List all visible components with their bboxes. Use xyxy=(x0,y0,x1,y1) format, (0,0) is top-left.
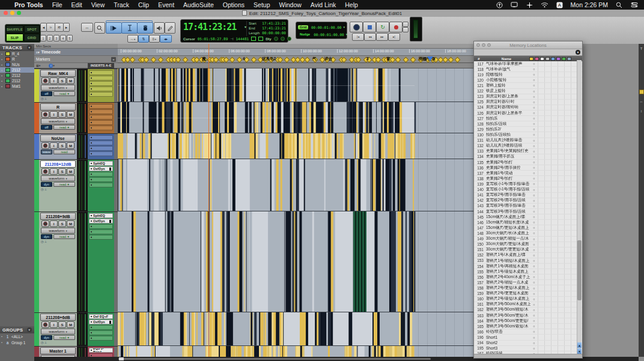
timecode-ruler[interactable]: 00:00:00:0002:00:00:0004:00:00:0006:00:0… xyxy=(118,49,473,56)
insert-bypass-icon[interactable] xyxy=(91,321,92,323)
marker-diamond-icon[interactable] xyxy=(304,57,310,63)
track-view-selector[interactable]: waveform▾ xyxy=(41,118,75,124)
groups-menu-icon[interactable]: ▾ xyxy=(27,327,32,332)
mute-button[interactable]: M xyxy=(67,321,74,328)
zoom-preset-2-button[interactable]: 2 xyxy=(47,35,53,41)
marker-indicator-icon[interactable]: ○ xyxy=(530,95,538,99)
zoom-preset-3-button[interactable]: 3 xyxy=(53,35,59,41)
play-button[interactable]: ↻ xyxy=(376,22,389,32)
marker-indicator-icon[interactable]: ○ xyxy=(530,287,538,290)
marker-indicator-icon[interactable]: ○ xyxy=(530,111,538,115)
insert-slot-empty[interactable] xyxy=(89,81,113,86)
ruler-label-timecode[interactable]: ≡▾Timecode xyxy=(34,49,118,56)
menu-view[interactable]: View xyxy=(91,1,105,8)
marker-indicator-icon[interactable]: ○ xyxy=(530,139,538,142)
track-input-button[interactable]: off xyxy=(41,125,52,130)
delay-compensation-label[interactable]: Dly xyxy=(266,37,271,41)
marker-icon[interactable] xyxy=(529,57,533,61)
marker-indicator-icon[interactable]: ○ xyxy=(530,275,538,279)
main-counter-value[interactable]: 17:41:23:21 xyxy=(183,22,236,32)
mem-name-header[interactable]: Name xyxy=(484,57,529,61)
record-enable-button[interactable] xyxy=(41,142,49,149)
automation-mode-button[interactable]: read xyxy=(53,150,75,154)
marker-indicator-icon[interactable]: ○ xyxy=(530,259,538,262)
playlist-button[interactable]: wave xyxy=(41,150,52,154)
marker-indicator-icon[interactable]: ○ xyxy=(530,144,538,148)
sidebar-track-item[interactable]: •NUs xyxy=(0,62,34,67)
input-monitor-button[interactable]: I xyxy=(50,111,58,118)
automation-mode-button[interactable]: read▾ xyxy=(53,182,75,187)
marker-diamond-icon[interactable] xyxy=(448,57,454,63)
grid-value-toggle[interactable]: Grid xyxy=(298,25,308,29)
memory-location-row[interactable]: 166铃铛/双击○ xyxy=(474,329,582,335)
display-icon[interactable] xyxy=(511,2,518,8)
menu-pro-tools[interactable]: Pro Tools xyxy=(14,1,43,8)
pencil-tool-button[interactable] xyxy=(165,22,175,34)
track-name[interactable]: Master 1 xyxy=(40,347,76,354)
marker-indicator-icon[interactable]: ○ xyxy=(530,347,538,350)
insert-slot-empty[interactable] xyxy=(89,224,113,229)
insert-slot-empty[interactable] xyxy=(89,172,113,177)
marker-label[interactable]: 气 xyxy=(312,56,317,62)
marker-indicator-icon[interactable]: ○ xyxy=(530,248,538,252)
audio-zoom-icon[interactable]: ≋ xyxy=(55,23,64,32)
track-visibility-icon[interactable] xyxy=(551,57,555,61)
marker-indicator-icon[interactable]: ○ xyxy=(530,127,538,131)
link-timeline-edit-button[interactable]: ⇅ xyxy=(138,35,149,43)
insert-slot-oxf-eq-f[interactable]: Oxf EQ+F xyxy=(89,314,113,319)
menu-clip[interactable]: Clip xyxy=(138,1,149,8)
marker-indicator-icon[interactable]: ○ xyxy=(530,182,538,186)
window-config-icon[interactable] xyxy=(567,57,571,61)
groups-panel-header[interactable]: GROUPS▾ xyxy=(0,326,34,333)
control-center-icon[interactable] xyxy=(630,2,638,8)
memory-location-row[interactable]: 196Short1○ xyxy=(474,335,582,340)
insert-slot-spliteq[interactable]: SplitEQ xyxy=(89,161,113,166)
track-name[interactable]: R xyxy=(40,103,76,111)
marker-indicator-icon[interactable]: ○ xyxy=(530,204,538,208)
group-item[interactable]: •1<ALL> xyxy=(0,333,34,339)
record-enable-button[interactable] xyxy=(41,168,49,175)
mem-scroll-down-arrow[interactable]: ▼ xyxy=(577,348,582,354)
track-color-band[interactable] xyxy=(34,103,39,133)
marker-indicator-icon[interactable]: ○ xyxy=(530,330,538,333)
mute-button[interactable]: M xyxy=(67,142,74,149)
marker-indicator-icon[interactable]: ○ xyxy=(530,270,538,273)
marker-indicator-icon[interactable]: ○ xyxy=(530,193,538,197)
menu-options[interactable]: Options xyxy=(223,1,245,8)
trim-tool-button[interactable] xyxy=(106,22,122,34)
input-source-icon[interactable]: A xyxy=(556,2,564,8)
menu-help[interactable]: Help xyxy=(345,1,358,8)
marker-indicator-icon[interactable]: ○ xyxy=(530,83,538,87)
insert-slot-empty[interactable] xyxy=(89,235,113,240)
sidebar-track-item[interactable]: •2112 xyxy=(0,67,34,73)
zoom-preset-5-button[interactable]: 5 xyxy=(67,35,73,41)
marker-indicator-icon[interactable]: ○ xyxy=(530,253,538,257)
zoom-preset-4-button[interactable]: 4 xyxy=(60,35,66,41)
ruler-tick[interactable]: 00:00:00:00 xyxy=(121,49,142,53)
marker-diamond-icon[interactable] xyxy=(237,57,243,63)
input-monitor-button[interactable]: I xyxy=(50,168,58,175)
menu-setup[interactable]: Setup xyxy=(254,1,270,8)
marker-label[interactable]: 玩具毛2 xyxy=(262,56,276,62)
insert-bypass-icon[interactable] xyxy=(91,350,92,351)
add-marker-button[interactable]: + xyxy=(111,57,116,62)
automation-mode-button[interactable]: read▾ xyxy=(53,91,75,96)
ruler-tick[interactable]: 10:00:00:00 xyxy=(301,49,322,53)
scrollbar-left-chip[interactable] xyxy=(119,357,124,360)
marker-indicator-icon[interactable]: ○ xyxy=(530,62,538,65)
track-show-dot-icon[interactable]: • xyxy=(1,52,4,56)
solo-button[interactable]: S xyxy=(58,142,66,149)
link-track-edit-button[interactable]: ≡+ xyxy=(149,35,160,43)
marker-indicator-icon[interactable]: ○ xyxy=(530,177,538,180)
track-color-band[interactable] xyxy=(34,212,39,312)
memory-location-row[interactable]: 194Short2○ xyxy=(474,341,582,346)
track-view-selector[interactable]: waveform▾ xyxy=(41,175,75,181)
edit-window-view-caret[interactable]: ▾ xyxy=(53,64,55,67)
track-color-band[interactable] xyxy=(34,313,39,346)
track-input-button[interactable]: dyn xyxy=(41,335,52,340)
rewind-button[interactable]: ◂◂ xyxy=(364,33,376,41)
marker-indicator-icon[interactable]: ○ xyxy=(530,117,538,120)
menu-clock[interactable]: Mon 2:26 PM xyxy=(571,1,608,8)
mem-scrollbar[interactable]: ▲ ▼ xyxy=(577,60,582,354)
fast-forward-button[interactable]: ▸▸ xyxy=(376,33,388,41)
